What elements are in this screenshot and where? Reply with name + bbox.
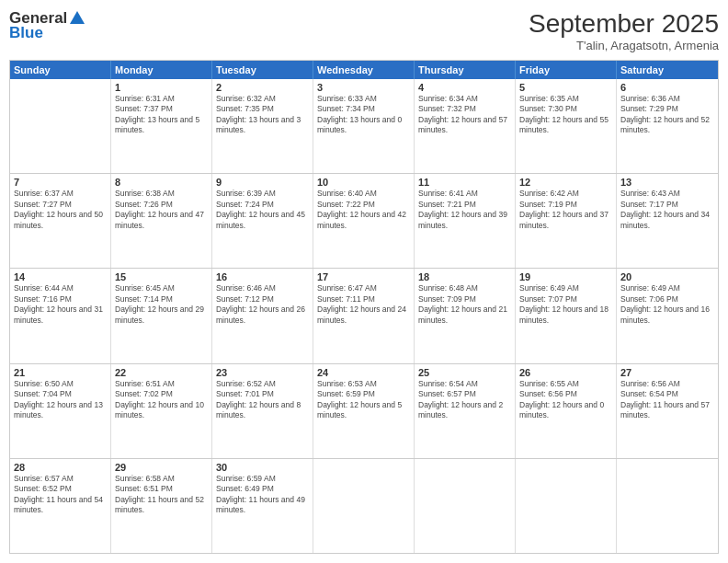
day-info: Sunrise: 6:33 AMSunset: 7:34 PMDaylight:… xyxy=(317,94,410,136)
day-info: Sunrise: 6:31 AMSunset: 7:37 PMDaylight:… xyxy=(115,94,208,136)
day-info: Sunrise: 6:53 AMSunset: 6:59 PMDaylight:… xyxy=(317,379,410,421)
calendar-cell xyxy=(516,459,617,553)
calendar-cell: 25Sunrise: 6:54 AMSunset: 6:57 PMDayligh… xyxy=(415,364,516,458)
calendar-row-4: 21Sunrise: 6:50 AMSunset: 7:04 PMDayligh… xyxy=(10,363,718,458)
calendar-cell: 15Sunrise: 6:45 AMSunset: 7:14 PMDayligh… xyxy=(111,269,212,362)
calendar-cell: 23Sunrise: 6:52 AMSunset: 7:01 PMDayligh… xyxy=(212,364,313,458)
day-number: 20 xyxy=(620,271,714,282)
calendar-header: SundayMondayTuesdayWednesdayThursdayFrid… xyxy=(10,61,718,79)
day-info: Sunrise: 6:52 AMSunset: 7:01 PMDaylight:… xyxy=(216,379,309,421)
day-info: Sunrise: 6:50 AMSunset: 7:04 PMDaylight:… xyxy=(14,379,107,421)
title-block: September 2025 T'alin, Aragatsotn, Armen… xyxy=(529,9,719,52)
day-number: 26 xyxy=(519,367,612,378)
subtitle: T'alin, Aragatsotn, Armenia xyxy=(529,39,719,52)
header-day-tuesday: Tuesday xyxy=(212,61,313,79)
calendar-cell: 10Sunrise: 6:40 AMSunset: 7:22 PMDayligh… xyxy=(313,174,415,268)
calendar-cell: 9Sunrise: 6:39 AMSunset: 7:24 PMDaylight… xyxy=(212,174,313,268)
calendar-cell: 17Sunrise: 6:47 AMSunset: 7:11 PMDayligh… xyxy=(313,269,415,362)
header-day-monday: Monday xyxy=(111,61,212,79)
calendar-cell: 18Sunrise: 6:48 AMSunset: 7:09 PMDayligh… xyxy=(415,269,516,362)
calendar-cell: 4Sunrise: 6:34 AMSunset: 7:32 PMDaylight… xyxy=(415,79,516,173)
calendar-cell: 6Sunrise: 6:36 AMSunset: 7:29 PMDaylight… xyxy=(617,79,718,173)
day-number: 27 xyxy=(620,367,714,378)
day-number: 30 xyxy=(216,462,309,473)
day-info: Sunrise: 6:38 AMSunset: 7:26 PMDaylight:… xyxy=(115,189,208,231)
page: General Blue September 2025 T'alin, Arag… xyxy=(0,0,728,563)
calendar-cell: 30Sunrise: 6:59 AMSunset: 6:49 PMDayligh… xyxy=(212,459,313,553)
calendar-cell: 16Sunrise: 6:46 AMSunset: 7:12 PMDayligh… xyxy=(212,269,313,362)
logo-blue: Blue xyxy=(9,24,43,42)
month-title: September 2025 xyxy=(529,9,719,39)
calendar-cell: 11Sunrise: 6:41 AMSunset: 7:21 PMDayligh… xyxy=(415,174,516,268)
day-number: 3 xyxy=(317,82,410,93)
calendar-cell: 20Sunrise: 6:49 AMSunset: 7:06 PMDayligh… xyxy=(617,269,718,362)
calendar-cell: 13Sunrise: 6:43 AMSunset: 7:17 PMDayligh… xyxy=(617,174,718,268)
calendar-row-2: 7Sunrise: 6:37 AMSunset: 7:27 PMDaylight… xyxy=(10,173,718,268)
logo-icon xyxy=(68,9,85,26)
day-number: 13 xyxy=(620,177,714,188)
calendar-cell: 26Sunrise: 6:55 AMSunset: 6:56 PMDayligh… xyxy=(516,364,617,458)
day-number: 7 xyxy=(14,177,107,188)
day-info: Sunrise: 6:48 AMSunset: 7:09 PMDaylight:… xyxy=(418,283,511,326)
day-number: 22 xyxy=(115,367,208,378)
calendar-cell xyxy=(10,79,111,173)
day-info: Sunrise: 6:47 AMSunset: 7:11 PMDaylight:… xyxy=(317,283,410,326)
day-info: Sunrise: 6:56 AMSunset: 6:54 PMDaylight:… xyxy=(620,379,714,421)
calendar-body: 1Sunrise: 6:31 AMSunset: 7:37 PMDaylight… xyxy=(10,79,718,553)
calendar-cell: 24Sunrise: 6:53 AMSunset: 6:59 PMDayligh… xyxy=(313,364,415,458)
day-info: Sunrise: 6:57 AMSunset: 6:52 PMDaylight:… xyxy=(14,474,107,516)
calendar-cell: 14Sunrise: 6:44 AMSunset: 7:16 PMDayligh… xyxy=(10,269,111,362)
calendar-row-3: 14Sunrise: 6:44 AMSunset: 7:16 PMDayligh… xyxy=(10,268,718,362)
day-number: 16 xyxy=(216,271,309,282)
header-day-friday: Friday xyxy=(516,61,617,79)
header-day-sunday: Sunday xyxy=(10,61,111,79)
day-number: 25 xyxy=(418,367,511,378)
day-number: 10 xyxy=(317,177,410,188)
calendar-cell: 22Sunrise: 6:51 AMSunset: 7:02 PMDayligh… xyxy=(111,364,212,458)
header-day-saturday: Saturday xyxy=(617,61,718,79)
calendar: SundayMondayTuesdayWednesdayThursdayFrid… xyxy=(9,60,719,554)
day-number: 5 xyxy=(519,82,612,93)
day-info: Sunrise: 6:32 AMSunset: 7:35 PMDaylight:… xyxy=(216,94,309,136)
day-number: 18 xyxy=(418,271,511,282)
day-number: 24 xyxy=(317,367,410,378)
day-number: 29 xyxy=(115,462,208,473)
day-number: 15 xyxy=(115,271,208,282)
calendar-cell: 29Sunrise: 6:58 AMSunset: 6:51 PMDayligh… xyxy=(111,459,212,553)
day-info: Sunrise: 6:46 AMSunset: 7:12 PMDaylight:… xyxy=(216,283,309,326)
day-info: Sunrise: 6:55 AMSunset: 6:56 PMDaylight:… xyxy=(519,379,612,421)
calendar-cell: 28Sunrise: 6:57 AMSunset: 6:52 PMDayligh… xyxy=(10,459,111,553)
day-number: 6 xyxy=(620,82,714,93)
calendar-cell: 8Sunrise: 6:38 AMSunset: 7:26 PMDaylight… xyxy=(111,174,212,268)
day-number: 12 xyxy=(519,177,612,188)
day-info: Sunrise: 6:42 AMSunset: 7:19 PMDaylight:… xyxy=(519,189,612,231)
day-info: Sunrise: 6:41 AMSunset: 7:21 PMDaylight:… xyxy=(418,189,511,231)
day-info: Sunrise: 6:51 AMSunset: 7:02 PMDaylight:… xyxy=(115,379,208,421)
day-number: 28 xyxy=(14,462,107,473)
calendar-cell: 2Sunrise: 6:32 AMSunset: 7:35 PMDaylight… xyxy=(212,79,313,173)
header: General Blue September 2025 T'alin, Arag… xyxy=(9,9,719,52)
calendar-row-5: 28Sunrise: 6:57 AMSunset: 6:52 PMDayligh… xyxy=(10,458,718,553)
calendar-cell xyxy=(617,459,718,553)
day-number: 1 xyxy=(115,82,208,93)
header-day-wednesday: Wednesday xyxy=(313,61,415,79)
header-day-thursday: Thursday xyxy=(415,61,516,79)
calendar-cell xyxy=(313,459,415,553)
day-number: 11 xyxy=(418,177,511,188)
day-info: Sunrise: 6:36 AMSunset: 7:29 PMDaylight:… xyxy=(620,94,714,136)
calendar-cell: 19Sunrise: 6:49 AMSunset: 7:07 PMDayligh… xyxy=(516,269,617,362)
calendar-cell: 27Sunrise: 6:56 AMSunset: 6:54 PMDayligh… xyxy=(617,364,718,458)
day-number: 17 xyxy=(317,271,410,282)
day-info: Sunrise: 6:44 AMSunset: 7:16 PMDaylight:… xyxy=(14,283,107,326)
calendar-cell: 7Sunrise: 6:37 AMSunset: 7:27 PMDaylight… xyxy=(10,174,111,268)
calendar-cell: 12Sunrise: 6:42 AMSunset: 7:19 PMDayligh… xyxy=(516,174,617,268)
logo: General Blue xyxy=(9,9,85,42)
day-info: Sunrise: 6:59 AMSunset: 6:49 PMDaylight:… xyxy=(216,474,309,516)
day-info: Sunrise: 6:49 AMSunset: 7:06 PMDaylight:… xyxy=(620,283,714,326)
day-info: Sunrise: 6:35 AMSunset: 7:30 PMDaylight:… xyxy=(519,94,612,136)
day-number: 21 xyxy=(14,367,107,378)
day-info: Sunrise: 6:39 AMSunset: 7:24 PMDaylight:… xyxy=(216,189,309,231)
day-info: Sunrise: 6:45 AMSunset: 7:14 PMDaylight:… xyxy=(115,283,208,326)
calendar-cell: 1Sunrise: 6:31 AMSunset: 7:37 PMDaylight… xyxy=(111,79,212,173)
calendar-cell: 3Sunrise: 6:33 AMSunset: 7:34 PMDaylight… xyxy=(313,79,415,173)
